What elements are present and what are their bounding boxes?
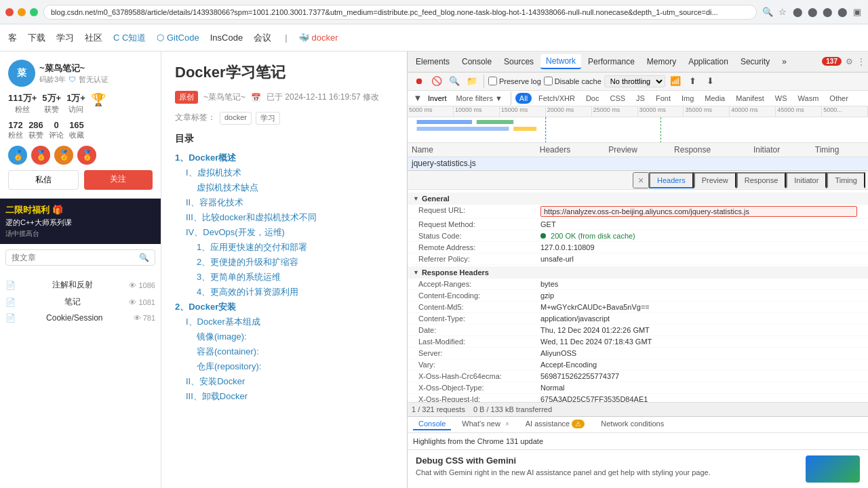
toc-item-13[interactable]: 镜像(image): <box>175 329 393 344</box>
search-input[interactable] <box>12 253 139 262</box>
rd-tab-headers[interactable]: Headers <box>649 172 694 188</box>
toc-item-7[interactable]: 1、应用更快速的交付和部署 <box>175 240 393 255</box>
devtools-tab-application[interactable]: Application <box>683 55 734 68</box>
disable-cache-checkbox[interactable] <box>544 77 553 85</box>
clear-button[interactable]: 🚫 <box>429 74 444 89</box>
filter-icon-button[interactable]: 🔍 <box>447 74 462 89</box>
more-options-icon[interactable]: ⋮ <box>857 57 865 66</box>
rd-tab-timing[interactable]: Timing <box>827 172 865 188</box>
toc-item-6[interactable]: IV、DevOps(开发，运维) <box>175 225 393 240</box>
table-row[interactable]: jquery-statistics.js <box>408 157 868 170</box>
tag-docker[interactable]: docker <box>220 112 252 125</box>
throttling-select[interactable]: No throttling <box>604 75 665 87</box>
more-filters-btn[interactable]: More filters ▼ <box>452 93 507 104</box>
nav-item-community[interactable]: 社区 <box>85 32 102 44</box>
filter-ws[interactable]: WS <box>771 93 791 104</box>
ext-icon-3[interactable]: ⬤ <box>822 7 833 18</box>
toc-item-12[interactable]: I、Docker基本组成 <box>175 314 393 329</box>
nav-item-inscode[interactable]: InsCode <box>210 33 243 43</box>
search-box[interactable]: 🔍 <box>5 249 155 266</box>
toc-item-5[interactable]: III、比较docker和虚拟机技术不同 <box>175 210 393 225</box>
recent-item-title-3[interactable]: Cookie/Session <box>46 313 102 323</box>
toc-item-17[interactable]: III、卸载Docker <box>175 389 393 404</box>
toc-item-15[interactable]: 仓库(repository): <box>175 359 393 374</box>
devtools-tab-elements[interactable]: Elements <box>410 55 455 68</box>
console-tab-whats-new[interactable]: What's new × <box>456 418 514 430</box>
rd-tab-response[interactable]: Response <box>736 172 787 188</box>
browser-url[interactable]: blog.csdn.net/m0_63789588/article/detail… <box>43 5 757 20</box>
toc-item-8[interactable]: 2、更便捷的升级和扩缩容 <box>175 255 393 270</box>
rd-tab-preview[interactable]: Preview <box>694 172 736 188</box>
nav-item-meeting[interactable]: 会议 <box>254 32 271 44</box>
preserve-log-label[interactable]: Preserve log <box>488 77 541 85</box>
export-icon[interactable]: ⬆ <box>686 74 701 89</box>
nav-item-learn[interactable]: 学习 <box>56 32 74 44</box>
toc-item-4[interactable]: II、容器化技术 <box>175 195 393 210</box>
toc-item-10[interactable]: 4、更高效的计算资源利用 <box>175 285 393 300</box>
console-tab-network-conditions[interactable]: Network conditions <box>595 418 669 430</box>
settings-icon[interactable]: ⚙ <box>846 57 853 66</box>
ext-icon-2[interactable]: ⬤ <box>807 7 818 18</box>
filter-font[interactable]: Font <box>652 93 675 104</box>
filter-all[interactable]: All <box>515 93 532 104</box>
rh-key-6: Server: <box>418 349 540 357</box>
follow-button[interactable]: 关注 <box>84 170 153 190</box>
toc-item-9[interactable]: 3、更简单的系统运维 <box>175 270 393 285</box>
bookmark-icon[interactable]: ☆ <box>777 7 788 18</box>
devtools-tab-security[interactable]: Security <box>735 55 775 68</box>
toc-item-11[interactable]: 2、Docker安装 <box>175 300 393 314</box>
badge-3: 🏅 <box>54 146 73 165</box>
toc-item-16[interactable]: II、安装Docker <box>175 374 393 389</box>
nav-item-cknow[interactable]: C C知道 <box>113 32 146 44</box>
toc-item-1[interactable]: 1、Docker概述 <box>175 150 393 165</box>
nav-item-guest[interactable]: 客 <box>8 32 17 44</box>
rd-tab-initiator[interactable]: Initiator <box>786 172 827 188</box>
tag-learn[interactable]: 学习 <box>256 112 280 125</box>
nav-item-download[interactable]: 下载 <box>28 32 45 44</box>
ext-icon-4[interactable]: ⬤ <box>837 7 848 18</box>
recent-item-title-1[interactable]: 注解和反射 <box>52 279 93 291</box>
ext-icon-1[interactable]: ⬤ <box>792 7 803 18</box>
filter-media[interactable]: Media <box>701 93 729 104</box>
filter-doc[interactable]: Doc <box>582 93 604 104</box>
record-button[interactable]: ⏺ <box>412 74 427 89</box>
console-tab-console[interactable]: Console <box>413 418 451 430</box>
filter-funnel-icon[interactable]: ▼ <box>410 91 425 106</box>
devtools-tab-sources[interactable]: Sources <box>498 55 539 68</box>
svg-rect-1 <box>477 120 513 124</box>
import-button[interactable]: 📁 <box>465 74 479 89</box>
ext-icon-5[interactable]: ▣ <box>852 7 863 18</box>
console-tab-ai[interactable]: AI assistance ⚠ <box>520 418 590 430</box>
toc-item-2[interactable]: I、虚拟机技术 <box>175 165 393 180</box>
devtools-tab-console[interactable]: Console <box>456 55 497 68</box>
toc-item-14[interactable]: 容器(container): <box>175 344 393 359</box>
general-section-title[interactable]: ▼ General <box>408 192 868 205</box>
filter-img[interactable]: Img <box>677 93 698 104</box>
preserve-log-checkbox[interactable] <box>488 77 497 85</box>
disable-cache-label[interactable]: Disable cache <box>544 77 601 85</box>
devtools-tab-memory[interactable]: Memory <box>642 55 682 68</box>
filter-wasm[interactable]: Wasm <box>794 93 823 104</box>
toc-item-3[interactable]: 虚拟机技术缺点 <box>175 180 393 195</box>
devtools-tab-more[interactable]: » <box>776 55 792 68</box>
filter-fetch-xhr[interactable]: Fetch/XHR <box>534 93 579 104</box>
nav-item-gitcode[interactable]: ⬡ GitCode <box>157 33 199 43</box>
response-headers-title[interactable]: ▼ Response Headers <box>408 266 868 279</box>
filter-manifest[interactable]: Manifest <box>732 93 768 104</box>
close-button[interactable]: × <box>633 172 649 188</box>
msg-button[interactable]: 私信 <box>8 170 79 190</box>
devtools-tab-network[interactable]: Network <box>540 54 581 69</box>
calendar-icon: 📅 <box>251 93 261 102</box>
request-detail-tabs: × Headers Preview Response Initiator Tim… <box>408 171 868 190</box>
network-conditions-icon[interactable]: 📶 <box>668 74 683 89</box>
import-har-icon[interactable]: ⬇ <box>703 74 718 89</box>
search-icon[interactable]: 🔍 <box>762 7 773 18</box>
filter-js[interactable]: JS <box>632 93 649 104</box>
ad-banner[interactable]: 二限时福利 🎁 逻的C++大师系列课 汤中揽高台 <box>0 199 161 244</box>
devtools-tab-performance[interactable]: Performance <box>583 55 640 68</box>
search-icon[interactable]: 🔍 <box>139 253 149 262</box>
filter-css[interactable]: CSS <box>606 93 629 104</box>
filter-other[interactable]: Other <box>825 93 852 104</box>
nav-item-docker[interactable]: 🐳 docker <box>298 33 338 43</box>
recent-item-title-2[interactable]: 笔记 <box>64 296 81 308</box>
